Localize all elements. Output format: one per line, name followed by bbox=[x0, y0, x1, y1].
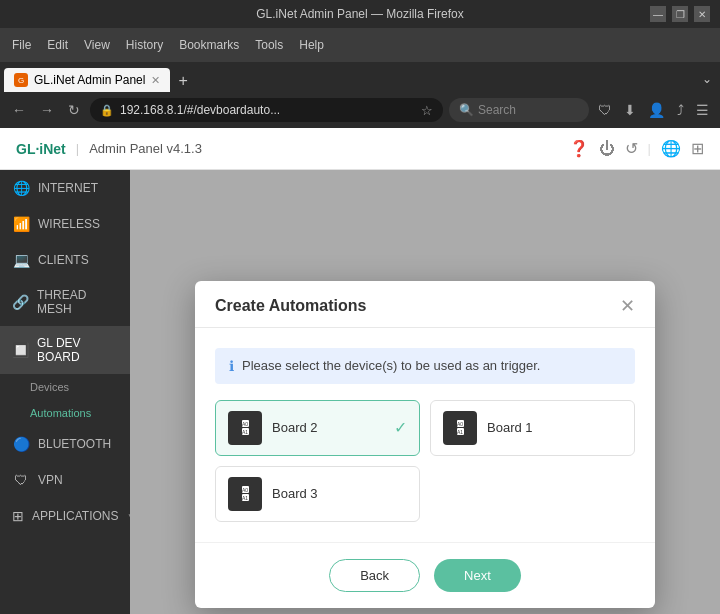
hamburger-icon[interactable]: ☰ bbox=[693, 100, 712, 120]
device-icon-board2: A0 A1 bbox=[228, 411, 262, 445]
device-card-board2[interactable]: A0 A1 Board 2 ✓ bbox=[215, 400, 420, 456]
menu-history[interactable]: History bbox=[120, 36, 169, 54]
close-window-button[interactable]: ✕ bbox=[694, 6, 710, 22]
menu-tools[interactable]: Tools bbox=[249, 36, 289, 54]
sidebar-item-thread-mesh[interactable]: 🔗 THREAD MESH bbox=[0, 278, 130, 326]
sidebar-label-devboard: GL DEV BOARD bbox=[37, 336, 118, 364]
main-content: Create Automations ✕ ℹ Please select the… bbox=[130, 170, 720, 614]
wireless-icon: 📶 bbox=[12, 216, 30, 232]
app-logo: GL·iNet bbox=[16, 141, 66, 157]
tab-label: GL.iNet Admin Panel bbox=[34, 73, 145, 87]
device-name-board1: Board 1 bbox=[487, 420, 622, 435]
device-name-board3: Board 3 bbox=[272, 486, 407, 501]
automations-label: Automations bbox=[30, 407, 91, 419]
modal-overlay: Create Automations ✕ ℹ Please select the… bbox=[130, 170, 720, 614]
menu-bookmarks[interactable]: Bookmarks bbox=[173, 36, 245, 54]
device-check-board2: ✓ bbox=[394, 418, 407, 437]
device-card-board1[interactable]: A0 A1 Board 1 bbox=[430, 400, 635, 456]
lock-icon: 🔒 bbox=[100, 104, 114, 117]
sidebar-label-wireless: WIRELESS bbox=[38, 217, 100, 231]
app-header: GL·iNet | Admin Panel v4.1.3 ❓ ⏻ ↺ | 🌐 ⊞ bbox=[0, 128, 720, 170]
device-icon-board1: A0 A1 bbox=[443, 411, 477, 445]
back-nav-button[interactable]: ← bbox=[8, 100, 30, 120]
devices-label: Devices bbox=[30, 381, 69, 393]
download-icon[interactable]: ⬇ bbox=[621, 100, 639, 120]
maximize-button[interactable]: ❐ bbox=[672, 6, 688, 22]
divider: | bbox=[648, 141, 651, 156]
dialog-close-button[interactable]: ✕ bbox=[620, 297, 635, 315]
window-title: GL.iNet Admin Panel — Mozilla Firefox bbox=[70, 7, 650, 21]
minimize-button[interactable]: — bbox=[650, 6, 666, 22]
browser-tabbar: G GL.iNet Admin Panel ✕ + ⌄ bbox=[0, 62, 720, 92]
vpn-icon: 🛡 bbox=[12, 472, 30, 488]
internet-icon: 🌐 bbox=[12, 180, 30, 196]
devboard-icon: 🔲 bbox=[12, 342, 29, 358]
sidebar-item-bluetooth[interactable]: 🔵 BLUETOOTH bbox=[0, 426, 130, 462]
clients-icon: 💻 bbox=[12, 252, 30, 268]
search-label: Search bbox=[478, 103, 516, 117]
grid-icon[interactable]: ⊞ bbox=[691, 139, 704, 158]
sidebar: 🌐 INTERNET 📶 WIRELESS 💻 CLIENTS 🔗 THREAD… bbox=[0, 170, 130, 614]
app-separator: | bbox=[76, 141, 79, 156]
applications-icon: ⊞ bbox=[12, 508, 24, 524]
sidebar-label-clients: CLIENTS bbox=[38, 253, 89, 267]
refresh-icon[interactable]: ↺ bbox=[625, 139, 638, 158]
sidebar-item-applications[interactable]: ⊞ APPLICATIONS ▼ bbox=[0, 498, 130, 534]
window-titlebar: GL.iNet Admin Panel — Mozilla Firefox — … bbox=[0, 0, 720, 28]
next-button[interactable]: Next bbox=[434, 559, 521, 592]
tab-close-button[interactable]: ✕ bbox=[151, 74, 160, 87]
sidebar-item-vpn[interactable]: 🛡 VPN bbox=[0, 462, 130, 498]
profile-icon[interactable]: 👤 bbox=[645, 100, 668, 120]
search-icon: 🔍 bbox=[459, 103, 474, 117]
menu-file[interactable]: File bbox=[6, 36, 37, 54]
sidebar-label-vpn: VPN bbox=[38, 473, 63, 487]
back-button[interactable]: Back bbox=[329, 559, 420, 592]
dialog-body: ℹ Please select the device(s) to be used… bbox=[195, 328, 655, 542]
help-icon[interactable]: ❓ bbox=[569, 139, 589, 158]
dialog-title: Create Automations bbox=[215, 297, 366, 315]
device-card-board3[interactable]: A0 A1 Board 3 bbox=[215, 466, 420, 522]
sidebar-item-clients[interactable]: 💻 CLIENTS bbox=[0, 242, 130, 278]
browser-addressbar: ← → ↻ 🔒 192.168.8.1/#/devboardauto... ☆ … bbox=[0, 92, 720, 128]
menu-help[interactable]: Help bbox=[293, 36, 330, 54]
power-icon[interactable]: ⏻ bbox=[599, 140, 615, 158]
sidebar-subitem-devices[interactable]: Devices bbox=[0, 374, 130, 400]
device-icon-board3: A0 A1 bbox=[228, 477, 262, 511]
sidebar-label-internet: INTERNET bbox=[38, 181, 98, 195]
browser-menubar: File Edit View History Bookmarks Tools H… bbox=[0, 28, 720, 62]
sidebar-item-internet[interactable]: 🌐 INTERNET bbox=[0, 170, 130, 206]
bluetooth-icon: 🔵 bbox=[12, 436, 30, 452]
sidebar-label-thread: THREAD MESH bbox=[37, 288, 118, 316]
new-tab-button[interactable]: + bbox=[170, 72, 195, 90]
address-bar[interactable]: 🔒 192.168.8.1/#/devboardauto... ☆ bbox=[90, 98, 443, 122]
app-version: Admin Panel v4.1.3 bbox=[89, 141, 202, 156]
device-name-board2: Board 2 bbox=[272, 420, 384, 435]
forward-nav-button[interactable]: → bbox=[36, 100, 58, 120]
create-automations-dialog: Create Automations ✕ ℹ Please select the… bbox=[195, 281, 655, 608]
sidebar-subitem-automations[interactable]: Automations bbox=[0, 400, 130, 426]
bookmark-icon[interactable]: ☆ bbox=[421, 103, 433, 118]
globe-icon[interactable]: 🌐 bbox=[661, 139, 681, 158]
menu-view[interactable]: View bbox=[78, 36, 116, 54]
sidebar-label-applications: APPLICATIONS bbox=[32, 509, 118, 523]
shield-icon[interactable]: 🛡 bbox=[595, 100, 615, 120]
search-box[interactable]: 🔍 Search bbox=[449, 98, 589, 122]
tab-overflow-button[interactable]: ⌄ bbox=[698, 70, 716, 88]
sidebar-item-wireless[interactable]: 📶 WIRELESS bbox=[0, 206, 130, 242]
sidebar-label-bluetooth: BLUETOOTH bbox=[38, 437, 111, 451]
dialog-header: Create Automations ✕ bbox=[195, 281, 655, 328]
device-grid: A0 A1 Board 2 ✓ bbox=[215, 400, 635, 522]
share-icon[interactable]: ⤴ bbox=[674, 100, 687, 120]
info-message: Please select the device(s) to be used a… bbox=[242, 358, 540, 373]
menu-edit[interactable]: Edit bbox=[41, 36, 74, 54]
info-banner: ℹ Please select the device(s) to be used… bbox=[215, 348, 635, 384]
sidebar-item-gl-dev-board[interactable]: 🔲 GL DEV BOARD bbox=[0, 326, 130, 374]
browser-tab[interactable]: G GL.iNet Admin Panel ✕ bbox=[4, 68, 170, 92]
address-text: 192.168.8.1/#/devboardauto... bbox=[120, 103, 280, 117]
dialog-footer: Back Next bbox=[195, 542, 655, 608]
info-icon: ℹ bbox=[229, 358, 234, 374]
thread-icon: 🔗 bbox=[12, 294, 29, 310]
reload-button[interactable]: ↻ bbox=[64, 100, 84, 120]
